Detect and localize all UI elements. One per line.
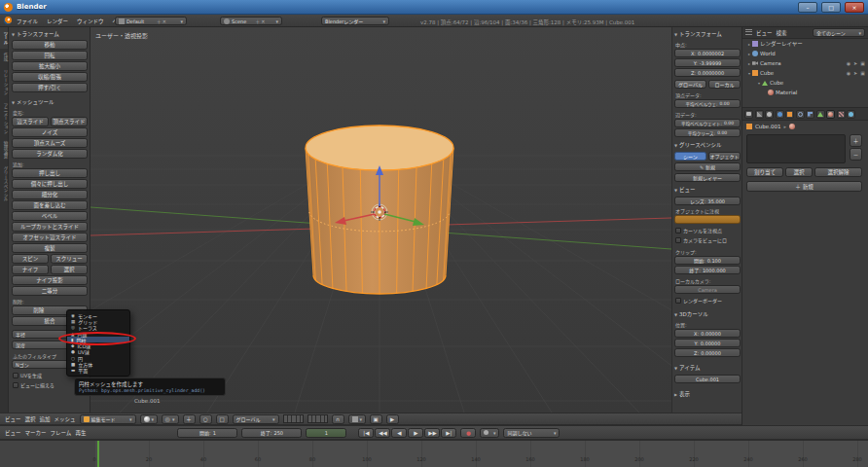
cursor-x-field[interactable]: X:0.00000 — [674, 329, 741, 338]
expand-icon[interactable]: ▾ — [758, 81, 760, 86]
manipulator-rotate-icon[interactable]: ○ — [199, 414, 212, 424]
tab-scene-icon[interactable] — [765, 110, 774, 119]
tab-object-data-icon[interactable] — [816, 110, 825, 119]
clip-start-field[interactable]: 開始:0.100 — [674, 256, 741, 265]
mean-bevel-vertex-field[interactable]: 平均ベベルウェ:0.00 — [674, 99, 741, 108]
median-y-field[interactable]: Y:-3.99999 — [674, 58, 741, 67]
generate-uv-checkbox[interactable]: UVを生成 — [13, 372, 42, 378]
outliner-row-cube[interactable]: ▾ Cube ◉ ➤ ▣ — [742, 68, 868, 78]
manipulator-translate-icon[interactable]: ＋ — [183, 414, 196, 424]
outliner-row-material[interactable]: Material — [742, 88, 868, 97]
menu-file[interactable]: ファイル — [17, 18, 38, 25]
tab-constraints-icon[interactable] — [796, 110, 805, 119]
blender-logo-icon[interactable] — [4, 17, 12, 24]
scene-selector[interactable]: Scene ＋✕ — [220, 17, 282, 25]
current-frame-field[interactable]: 1 — [306, 428, 346, 438]
knife-select-button[interactable]: 選択 — [51, 265, 88, 274]
push-pull-button[interactable]: 押す/引く — [12, 83, 88, 92]
mean-crease-field[interactable]: 平均クリース:0.00 — [674, 128, 741, 137]
item-name-field[interactable]: Cube.001 — [674, 375, 741, 383]
outliner-row-world[interactable]: ▸ World — [742, 49, 868, 58]
timeline-menu-frame[interactable]: フレーム — [51, 429, 72, 437]
tab-create[interactable]: 作成 — [0, 49, 8, 65]
menu-render[interactable]: レンダー — [47, 18, 68, 25]
selectability-arrow-icon[interactable]: ➤ — [853, 70, 857, 76]
auto-keyframe-record-button[interactable]: ● — [460, 428, 476, 438]
orientation-dropdown[interactable]: グローバル — [233, 414, 279, 424]
tab-tools[interactable]: ツール — [0, 27, 8, 49]
expand-icon[interactable]: ▾ — [748, 71, 750, 76]
jump-to-start-button[interactable]: |◀ — [358, 428, 374, 438]
assign-button[interactable]: 割り当て — [746, 167, 783, 177]
tab-render-layers-icon[interactable] — [755, 110, 764, 119]
cursor-y-field[interactable]: Y:0.00000 — [674, 339, 741, 347]
menu-window[interactable]: ウィンドウ — [77, 18, 104, 25]
outliner-menu-search[interactable]: 検索 — [777, 29, 787, 37]
layers-widget-left[interactable] — [283, 414, 304, 423]
frame-start-field[interactable]: 開始:1 — [177, 428, 237, 438]
viewport-shading-dropdown[interactable] — [140, 414, 158, 424]
median-z-field[interactable]: Z:0.0000000 — [674, 68, 741, 77]
scale-button[interactable]: 拡大縮小 — [12, 61, 88, 71]
jump-to-end-button[interactable]: ▶| — [441, 428, 456, 438]
edge-slide-button[interactable]: 辺スライド — [12, 117, 49, 126]
tab-modifiers-icon[interactable] — [806, 110, 814, 119]
outliner-scope-dropdown[interactable]: 全てのシーン — [813, 28, 865, 37]
grease-pencil-header[interactable]: グリースペンシル — [674, 141, 721, 149]
tab-world-icon[interactable] — [776, 110, 784, 119]
gp-new-button[interactable]: ✎新規 — [674, 162, 741, 171]
inset-faces-button[interactable]: 面を差し込む — [12, 200, 88, 210]
render-toggle-icon[interactable]: ▣ — [860, 70, 865, 76]
outliner-row-cube-data[interactable]: ▾ Cube — [742, 78, 868, 88]
manipulator-scale-icon[interactable]: □ — [216, 414, 229, 424]
tab-physics-icon[interactable] — [847, 110, 855, 119]
opengl-render-icon[interactable]: ▣ — [370, 414, 382, 424]
global-toggle[interactable]: グローバル — [674, 80, 706, 89]
render-engine-selector[interactable]: Blenderレンダー — [321, 17, 389, 25]
slot-add-button[interactable]: ＋ — [850, 134, 862, 147]
visibility-eye-icon[interactable]: ◉ — [847, 60, 850, 66]
spin-button[interactable]: スピン — [12, 254, 49, 264]
display-panel-header[interactable]: 表示 — [674, 390, 690, 398]
local-camera-field[interactable]: Camera — [674, 285, 741, 294]
bisect-button[interactable]: 二等分 — [12, 286, 88, 296]
lock-camera-checkbox[interactable]: カメラをビューにロ — [675, 236, 727, 243]
outliner-menu-view[interactable]: ビュー — [756, 29, 773, 37]
pivot-dropdown[interactable]: ◎ — [162, 414, 179, 424]
expand-icon[interactable]: ▸ — [748, 61, 750, 66]
cursor-z-field[interactable]: Z:0.00000 — [674, 348, 741, 357]
tab-physics[interactable]: 物理演算 — [0, 137, 8, 162]
offset-edge-slide-button[interactable]: オフセット辺スライド — [12, 233, 88, 242]
randomize-button[interactable]: ランダム化 — [12, 149, 88, 159]
viewport-menu-add[interactable]: 追加 — [40, 415, 51, 423]
outliner-editor-icon[interactable] — [745, 29, 752, 36]
tab-render-icon[interactable] — [744, 110, 753, 119]
opengl-render-anim-icon[interactable]: ▶ — [386, 414, 399, 424]
minimize-button[interactable]: – — [798, 2, 817, 13]
viewport-canvas[interactable] — [90, 27, 671, 413]
view-panel-header[interactable]: ビュー — [674, 186, 696, 194]
expand-icon[interactable]: ▸ — [748, 42, 750, 47]
new-material-button[interactable]: ＋新規 — [746, 181, 862, 192]
viewport-menu-view[interactable]: ビュー — [5, 415, 21, 423]
tab-grease-pencil[interactable]: グリースペンシル — [0, 162, 8, 205]
extrude-button[interactable]: 押し出し — [12, 168, 88, 178]
loop-cut-button[interactable]: ループカットとスライド — [12, 222, 88, 232]
timeline-menu-view[interactable]: ビュー — [5, 429, 21, 437]
timeline-menu-playback[interactable]: 再生 — [75, 429, 86, 437]
outliner-row-camera[interactable]: ▸ Camera ◉ ➤ ▣ — [742, 58, 868, 68]
snap-magnet-icon[interactable]: ∩ — [332, 414, 344, 424]
material-slot-list[interactable] — [746, 134, 846, 163]
prev-keyframe-button[interactable]: ◀◀ — [375, 428, 390, 438]
select-button[interactable]: 選択 — [785, 167, 813, 177]
tab-relations[interactable]: リレーション — [0, 65, 8, 99]
lock-to-cursor-checkbox[interactable]: カーソルを注視点 — [675, 227, 722, 234]
lock-to-object-field[interactable] — [674, 215, 741, 224]
visibility-eye-icon[interactable]: ◉ — [847, 70, 850, 76]
render-toggle-icon[interactable]: ▣ — [860, 60, 865, 66]
mean-bevel-edge-field[interactable]: 平均ベベルウェイト:0.00 — [674, 119, 741, 127]
keying-set-dropdown[interactable] — [480, 428, 499, 438]
viewport-menu-mesh[interactable]: メッシュ — [54, 415, 76, 423]
translate-button[interactable]: 移動 — [12, 40, 88, 50]
menu-item-plane[interactable]: ▬平面 — [67, 368, 129, 374]
